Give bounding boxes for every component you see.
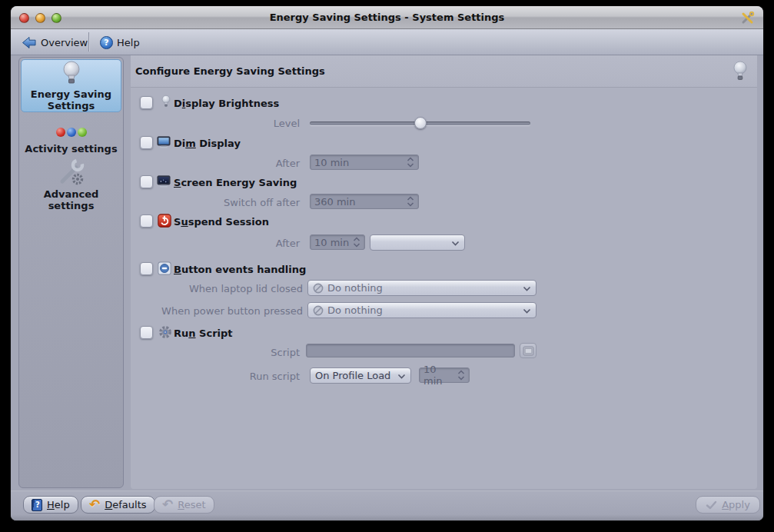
run-script-checkbox[interactable] [140, 326, 153, 339]
sidebar-item-label: Advanced settings [41, 188, 102, 211]
sidebar-item-advanced-settings[interactable]: Advanced settings [21, 156, 121, 213]
spin-updown-icon[interactable] [407, 196, 414, 207]
folder-icon [523, 346, 534, 356]
switch-off-after-label: Switch off after [131, 197, 300, 208]
sidebar-item-label: Activity settings [25, 143, 117, 155]
script-label: Script [131, 347, 300, 358]
undo-arrow-orange-icon: ↶ [89, 498, 100, 511]
wrench-gear-icon [58, 158, 85, 186]
content-header: Configure Energy Saving Settings [131, 55, 757, 88]
power-button-combobox[interactable]: Do nothing [307, 302, 536, 318]
lid-closed-label: When laptop lid closed [131, 283, 303, 294]
run-script-when-label: Run script [131, 371, 300, 382]
dim-after-spinbox[interactable]: 10 min [310, 155, 419, 170]
content-panel: Configure Energy Saving Settings Display… [131, 55, 757, 489]
apply-button[interactable]: Apply [696, 496, 760, 514]
spin-updown-icon[interactable] [353, 237, 360, 248]
lightbulb-icon [61, 61, 81, 86]
switch-off-after-value: 360 min [314, 196, 355, 208]
titlebar[interactable]: Energy Saving Settings - System Settings [11, 6, 763, 29]
help-button[interactable]: ? Help [95, 32, 145, 52]
defaults-button[interactable]: ↶ Defaults [81, 496, 155, 514]
suspend-after-spinbox[interactable]: 10 min [310, 234, 365, 250]
dim-display-checkbox[interactable] [140, 136, 153, 149]
reset-button[interactable]: ↶ Reset [154, 496, 214, 514]
chevron-down-icon [397, 370, 406, 381]
script-browse-button[interactable] [520, 343, 536, 358]
suspend-after-value: 10 min [314, 237, 349, 248]
button-events-label: Button events handling [174, 264, 306, 275]
circle-slash-icon [313, 283, 324, 294]
display-brightness-checkbox[interactable] [140, 96, 153, 109]
chevron-down-icon [523, 282, 531, 294]
pause-circle-icon [158, 261, 171, 275]
system-settings-window: Energy Saving Settings - System Settings… [11, 6, 763, 520]
three-dots-red-blue-green-icon [56, 128, 87, 137]
spin-updown-icon[interactable] [457, 370, 465, 381]
lid-closed-combobox[interactable]: Do nothing [307, 280, 536, 296]
run-script-time-spinbox[interactable]: 10 min [419, 367, 470, 383]
book-question-icon: ? [32, 499, 42, 511]
screen-energy-saving-checkbox[interactable] [140, 175, 153, 188]
switch-off-after-spinbox[interactable]: 360 min [310, 194, 419, 209]
spin-updown-icon[interactable] [407, 157, 414, 168]
undo-arrow-gray-icon: ↶ [162, 498, 173, 511]
run-script-when-value: On Profile Load [315, 370, 390, 381]
run-script-label: Run Script [174, 328, 233, 339]
screen-energy-saving-label: Screen Energy Saving [174, 177, 297, 188]
configure-tools-icon[interactable] [740, 12, 756, 25]
suspend-session-checkbox[interactable] [140, 214, 153, 228]
lightbulb-icon [732, 61, 748, 82]
power-button-value: Do nothing [327, 304, 383, 316]
display-brightness-label: Display Brightness [174, 98, 279, 109]
run-script-when-combobox[interactable]: On Profile Load [310, 367, 411, 384]
dim-display-label: Dim Display [174, 138, 241, 149]
checkmark-icon [706, 500, 717, 510]
defaults-button-label: Defaults [105, 499, 146, 510]
question-circle-icon: ? [100, 36, 113, 49]
monitor-dark-icon [157, 175, 171, 188]
suspend-session-label: Suspend Session [174, 216, 269, 228]
script-path-input[interactable] [306, 344, 515, 357]
lid-closed-value: Do nothing [327, 282, 383, 294]
page-title: Configure Energy Saving Settings [135, 65, 325, 77]
level-label: Level [131, 118, 300, 129]
brightness-slider[interactable] [310, 121, 530, 125]
button-events-checkbox[interactable] [140, 262, 153, 275]
back-arrow-icon [22, 36, 37, 49]
sidebar-item-energy-saving-settings[interactable]: Energy Saving Settings [21, 59, 121, 112]
monitor-icon [157, 135, 171, 149]
help-footer-button[interactable]: ? Help [23, 496, 78, 514]
toolbar: Overview ? Help [11, 29, 763, 55]
sidebar: Energy Saving Settings Activity settings… [18, 57, 124, 488]
dim-after-label: After [131, 158, 300, 169]
window-title: Energy Saving Settings - System Settings [11, 12, 763, 23]
chevron-down-icon [523, 304, 531, 316]
overview-label: Overview [41, 37, 88, 48]
sidebar-item-label: Energy Saving Settings [29, 88, 114, 111]
power-button-label: When power button pressed [131, 305, 303, 317]
suspend-after-label: After [131, 238, 300, 249]
help-button-label: Help [47, 499, 70, 510]
toolbar-separator [88, 32, 89, 52]
dim-after-value: 10 min [314, 157, 349, 168]
button-bar: ? Help ↶ Defaults ↶ Reset Apply [11, 490, 763, 520]
lightbulb-small-icon [159, 95, 173, 108]
chevron-down-icon [451, 237, 460, 248]
reset-button-label: Reset [178, 499, 205, 510]
circle-slash-icon [313, 305, 324, 316]
help-label: Help [117, 37, 140, 48]
brightness-slider-handle[interactable] [414, 117, 427, 129]
gear-icon [158, 325, 172, 339]
run-script-time-value: 10 min [424, 364, 457, 387]
apply-button-label: Apply [722, 499, 750, 510]
power-button-red-icon [158, 214, 171, 228]
suspend-action-combobox[interactable] [370, 234, 465, 251]
overview-button[interactable]: Overview [17, 32, 92, 52]
